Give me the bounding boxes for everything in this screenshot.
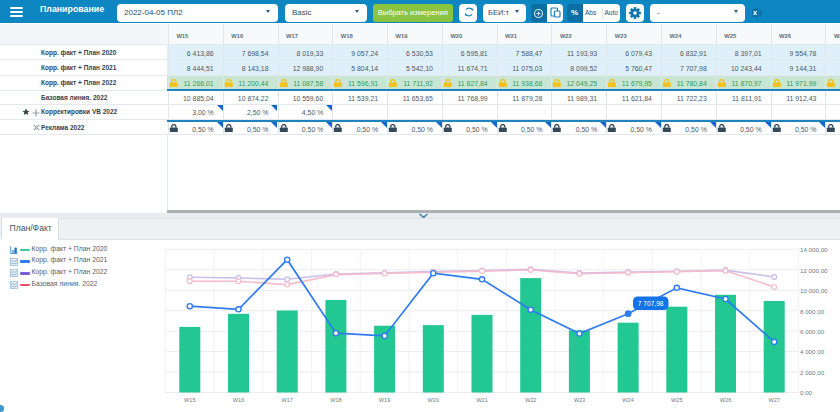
svg-text:W17: W17 — [281, 397, 293, 403]
svg-text:W24: W24 — [622, 397, 634, 403]
svg-text:W26: W26 — [720, 397, 732, 403]
svg-text:8 000,00: 8 000,00 — [800, 308, 825, 315]
svg-text:7 707,98: 7 707,98 — [638, 300, 664, 307]
svg-text:W25: W25 — [671, 397, 683, 403]
svg-text:W21: W21 — [476, 397, 488, 403]
svg-text:2 000,00: 2 000,00 — [800, 369, 825, 376]
svg-text:W15: W15 — [184, 397, 196, 403]
svg-text:10 000,00: 10 000,00 — [800, 287, 828, 294]
svg-text:4 000,00: 4 000,00 — [800, 348, 825, 355]
svg-text:W20: W20 — [428, 397, 440, 403]
svg-text:W22: W22 — [525, 397, 537, 403]
svg-text:W23: W23 — [574, 397, 586, 403]
svg-text:12 000,00: 12 000,00 — [800, 267, 828, 274]
svg-text:0,00: 0,00 — [800, 389, 813, 396]
svg-text:6 000,00: 6 000,00 — [800, 328, 825, 335]
svg-text:W19: W19 — [379, 397, 391, 403]
svg-text:W27: W27 — [768, 397, 780, 403]
svg-text:W16: W16 — [233, 397, 245, 403]
svg-text:W18: W18 — [330, 397, 342, 403]
svg-text:14 000,00: 14 000,00 — [800, 246, 828, 253]
